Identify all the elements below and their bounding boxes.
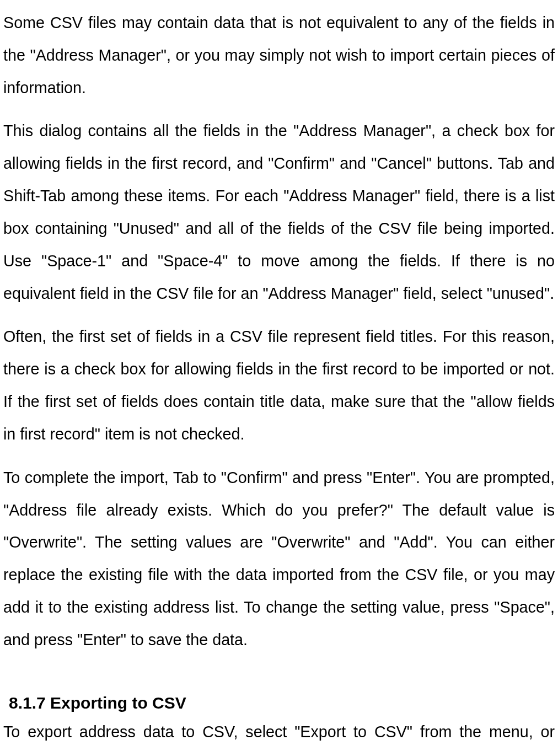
body-paragraph: Some CSV files may contain data that is …: [3, 7, 555, 104]
document-page: Some CSV files may contain data that is …: [0, 0, 558, 756]
body-paragraph: Often, the first set of fields in a CSV …: [3, 320, 555, 450]
body-paragraph: To export address data to CSV, select "E…: [3, 716, 555, 756]
body-paragraph: This dialog contains all the fields in t…: [3, 115, 555, 309]
body-paragraph: To complete the import, Tab to "Confirm"…: [3, 462, 555, 656]
section-heading: 8.1.7 Exporting to CSV: [9, 694, 555, 712]
